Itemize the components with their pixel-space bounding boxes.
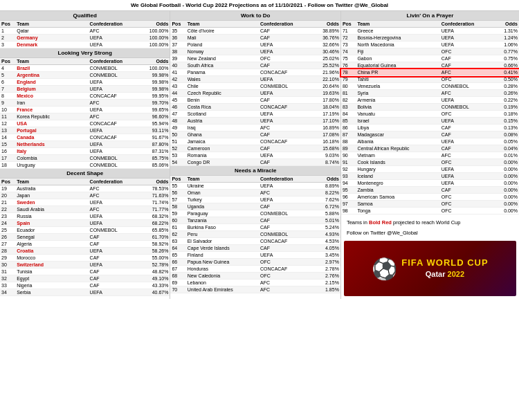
pos-cell: 47 (170, 111, 185, 118)
team-cell: Norway (186, 48, 259, 55)
table-row: 34 Serbia UEFA 40.67% (0, 289, 170, 296)
conf-cell: OFC (259, 55, 306, 62)
team-cell: Nigeria (15, 282, 88, 289)
team-cell: Sweden (15, 199, 88, 206)
pos-cell: 15 (0, 141, 15, 148)
pos-cell: 94 (341, 180, 356, 187)
odds-cell: 20.64% (306, 83, 340, 90)
team-cell: North Macedonia (356, 42, 439, 48)
team-cell: Senegal (15, 234, 88, 241)
pos-cell: 69 (170, 280, 185, 286)
pos-cell: 73 (341, 42, 356, 48)
table-row: 66 Papua New Guinea OFC 2.97% (170, 259, 340, 266)
odds-cell: 58.92% (135, 241, 170, 248)
conf-cell: UEFA (440, 35, 486, 42)
team-cell: New Caledonia (186, 273, 259, 280)
pos-cell: 28 (0, 248, 15, 255)
pos-cell: 68 (170, 273, 185, 280)
odds-cell: 61.70% (135, 234, 170, 241)
team-cell: El Salvador (186, 238, 259, 245)
main-container: Qualified Pos Team Confederation Odds 1 … (0, 11, 519, 299)
team-cell: Italy (15, 148, 88, 155)
conf-cell: CAF (440, 125, 486, 131)
odds-cell: 58.26% (135, 248, 170, 255)
odds-cell: 0.00% (485, 180, 519, 187)
team-cell: Tonga (356, 208, 439, 214)
conf-cell: CAF (89, 255, 136, 262)
table-row: 4 Brazil CONMEBOL 100.00% (0, 65, 170, 72)
conf-cell: CONMEBOL (89, 155, 136, 162)
conf-cell: CONMEBOL (259, 83, 306, 90)
conf-cell: OFC (440, 194, 486, 201)
odds-cell: 48.82% (135, 268, 170, 275)
odds-cell: 0.00% (485, 201, 519, 208)
pos-cell: 66 (170, 259, 185, 266)
conf-cell: UEFA (440, 97, 486, 104)
table-row: 16 Italy UEFA 87.31% (0, 148, 170, 155)
conf-cell: CONMEBOL (89, 72, 136, 79)
table-row: 69 Lebanon AFC 2.15% (170, 280, 340, 286)
pos-cell: 75 (341, 55, 356, 62)
team-cell: Czech Republic (186, 90, 259, 97)
odds-cell: 0.04% (485, 145, 519, 152)
right-footer: Teams in Bold Red projected to reach Wor… (341, 214, 519, 299)
odds-cell: 0.01% (485, 152, 519, 159)
conf-cell: UEFA (440, 138, 486, 145)
pos-cell: 20 (0, 192, 15, 199)
pos-cell: 43 (170, 83, 185, 90)
team-cell: Saudi Arabia (15, 206, 88, 213)
odds-cell: 0.13% (485, 125, 519, 131)
looking-strong-header: Looking Very Strong (0, 48, 170, 58)
conf-cell: AFC (89, 185, 136, 192)
table-row: 46 Costa Rica CONCACAF 18.04% (170, 104, 340, 111)
odds-cell: 99.95% (135, 93, 170, 100)
table-row: 44 Czech Republic UEFA 19.63% (170, 90, 340, 97)
table-row: 96 American Samoa OFC 0.00% (341, 194, 519, 201)
team-cell: Wales (186, 76, 259, 83)
team-cell: USA (15, 120, 88, 127)
pos-cell: 62 (170, 231, 185, 238)
conf-cell: CAF (259, 224, 306, 231)
odds-cell: 9.03% (306, 152, 340, 159)
team-cell: Switzerland (15, 262, 88, 268)
pos-cell: 70 (170, 286, 185, 293)
pos-cell: 84 (341, 111, 356, 118)
table-row: 41 Panama CONCACAF 21.96% (170, 69, 340, 76)
conf-cell: CONCACAF (259, 69, 306, 76)
team-cell: Benin (186, 97, 259, 104)
pos-cell: 5 (0, 72, 15, 79)
team-cell: Albania (356, 138, 439, 145)
table-row: 83 Bolivia CONMEBOL 0.19% (341, 104, 519, 111)
conf-cell: CONCACAF (259, 266, 306, 273)
table-row: 72 Bosnia-Herzegovina UEFA 1.24% (341, 35, 519, 42)
odds-cell: 0.26% (485, 90, 519, 97)
conf-cell: CAF (440, 187, 486, 194)
odds-cell: 85.75% (135, 155, 170, 162)
table-row: 51 Jamaica CONCACAF 16.18% (170, 138, 340, 145)
team-cell: Portugal (15, 127, 88, 134)
pos-cell: 31 (0, 268, 15, 275)
table-row: 93 Iceland UEFA 0.00% (341, 173, 519, 180)
team-cell: Tanzania (186, 217, 259, 224)
odds-cell: 85.06% (135, 162, 170, 169)
team-cell: Gabon (356, 55, 439, 62)
header: We Global Football - World Cup 2022 Proj… (0, 0, 519, 11)
pos-cell: 58 (170, 203, 185, 210)
conf-cell: UEFA (89, 148, 136, 155)
table-row: 43 Chile CONMEBOL 20.64% (170, 83, 340, 90)
conf-cell: CAF (89, 275, 136, 282)
odds-cell: 0.05% (485, 138, 519, 145)
pos-cell: 86 (341, 125, 356, 131)
conf-cell: UEFA (440, 166, 486, 173)
pos-cell: 23 (0, 213, 15, 220)
odds-cell: 100.00% (135, 28, 170, 35)
odds-cell: 100.00% (135, 65, 170, 72)
table-row: 7 Belgium UEFA 99.98% (0, 86, 170, 93)
odds-cell: 91.67% (135, 134, 170, 141)
fifa-text: FIFA WORLD CUP Qatar 2022 (401, 257, 488, 279)
odds-cell: 1.31% (485, 28, 519, 35)
team-cell: Belgium (15, 86, 88, 93)
odds-cell: 0.00% (485, 208, 519, 214)
pos-cell: 1 (0, 28, 15, 35)
conf-cell: AFC (89, 28, 136, 35)
